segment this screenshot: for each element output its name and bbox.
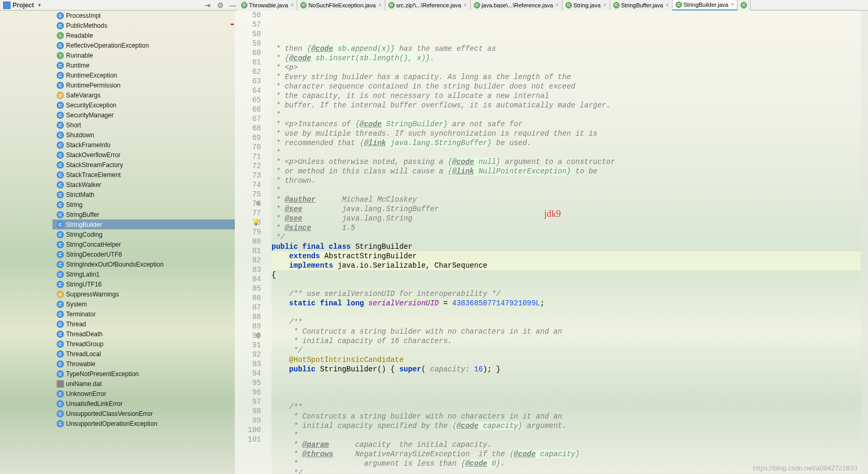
- tree-item[interactable]: CProcessImpl: [52, 10, 235, 20]
- line-number[interactable]: 91: [235, 340, 261, 350]
- close-icon[interactable]: ×: [603, 2, 606, 8]
- line-number[interactable]: 101: [235, 435, 261, 444]
- tree-item[interactable]: @SafeVarargs: [52, 90, 235, 100]
- code-editor[interactable]: 5657585960616263646566676869707172737475…: [235, 10, 868, 474]
- code-line[interactable]: * Constructs a string builder with no ch…: [272, 412, 861, 421]
- code-line[interactable]: * @since 1.5: [272, 223, 861, 233]
- line-number[interactable]: 87: [235, 303, 261, 312]
- code-line[interactable]: public final class StringBuilder: [272, 242, 861, 251]
- line-number[interactable]: 73: [235, 171, 261, 180]
- tree-item[interactable]: CThreadDeath: [52, 329, 235, 339]
- code-line[interactable]: [272, 308, 861, 317]
- line-number[interactable]: 100: [235, 425, 261, 435]
- tree-item[interactable]: CThreadGroup: [52, 339, 235, 349]
- code-line[interactable]: *: [272, 431, 861, 440]
- code-line[interactable]: implements java.io.Serializable, CharSeq…: [272, 261, 861, 270]
- line-number[interactable]: 92: [235, 350, 261, 359]
- tree-item[interactable]: CStackTraceElement: [52, 170, 235, 180]
- line-number[interactable]: 74: [235, 180, 261, 190]
- code-line[interactable]: public StringBuilder() { super( capacity…: [272, 365, 861, 374]
- code-line[interactable]: /** use serialVersionUID for interoperab…: [272, 289, 861, 299]
- line-number[interactable]: 68: [235, 124, 261, 133]
- tree-item[interactable]: CShort: [52, 120, 235, 130]
- code-line[interactable]: extends AbstractStringBuilder: [272, 251, 861, 261]
- tree-item[interactable]: CSystem: [52, 299, 235, 309]
- line-number[interactable]: 61: [235, 58, 261, 67]
- line-number[interactable]: 82: [235, 256, 261, 265]
- line-number[interactable]: 56: [235, 10, 261, 20]
- line-number[interactable]: 83: [235, 265, 261, 274]
- line-number[interactable]: 88: [235, 312, 261, 322]
- code-line[interactable]: [272, 393, 861, 402]
- tree-item[interactable]: CTypeNotPresentException: [52, 369, 235, 379]
- tree-item[interactable]: CUnknownError: [52, 389, 235, 399]
- editor-tab[interactable]: Csrc.zip!\...\Reference.java×: [385, 0, 471, 10]
- tree-item[interactable]: CStringUTF16: [52, 279, 235, 289]
- line-number[interactable]: 90@: [235, 331, 261, 340]
- line-number[interactable]: 63: [235, 76, 261, 86]
- fold-icon[interactable]: ⊟: [256, 199, 260, 208]
- code-line[interactable]: * Every string builder has a capacity. A…: [272, 72, 861, 82]
- code-line[interactable]: * Constructs a string builder with no ch…: [272, 327, 861, 336]
- editor-tab-overflow[interactable]: C: [737, 0, 751, 10]
- tree-item[interactable]: CRuntimePermission: [52, 80, 235, 90]
- code-line[interactable]: * {@code sb.insert(sb.length(), x)}.: [272, 53, 861, 63]
- line-number[interactable]: 59: [235, 39, 261, 48]
- editor-tab[interactable]: CString.java×: [562, 0, 610, 10]
- code-line[interactable]: @HotSpotIntrinsicCandidate: [272, 355, 861, 365]
- tree-item[interactable]: CStackStreamFactory: [52, 160, 235, 170]
- tree-item[interactable]: CStringLatin1: [52, 269, 235, 279]
- line-number[interactable]: 69: [235, 133, 261, 142]
- line-number[interactable]: 66: [235, 105, 261, 114]
- code-line[interactable]: * @param capacity the initial capacity.: [272, 440, 861, 449]
- code-line[interactable]: *: [272, 185, 861, 195]
- tree-item[interactable]: IRunnable: [52, 50, 235, 60]
- gear-icon[interactable]: ⚙: [216, 1, 224, 9]
- tree-item[interactable]: CStringBuffer: [52, 210, 235, 219]
- code-line[interactable]: /**: [272, 402, 861, 412]
- tree-item[interactable]: CTerminator: [52, 309, 235, 319]
- close-icon[interactable]: ×: [666, 2, 669, 8]
- tree-item[interactable]: CStringCoding: [52, 229, 235, 239]
- code-line[interactable]: *: [272, 148, 861, 157]
- close-icon[interactable]: ×: [378, 2, 382, 8]
- code-line[interactable]: static final long serialVersionUID = 438…: [272, 299, 861, 308]
- close-icon[interactable]: ×: [556, 2, 559, 8]
- editor-tab[interactable]: CThrowable.java×: [238, 0, 297, 10]
- line-number[interactable]: 81: [235, 246, 261, 256]
- code-line[interactable]: */: [272, 346, 861, 355]
- line-number[interactable]: 60: [235, 48, 261, 58]
- tree-item[interactable]: CStringBuilder: [52, 219, 235, 229]
- project-tool-label[interactable]: Project: [13, 2, 34, 9]
- close-icon[interactable]: ×: [464, 2, 467, 8]
- code-line[interactable]: [272, 374, 861, 383]
- line-number[interactable]: 58: [235, 29, 261, 39]
- code-line[interactable]: * @author Michael McCloskey: [272, 195, 861, 204]
- editor-tab[interactable]: CNoSuchFileException.java×: [297, 0, 385, 10]
- code-line[interactable]: */: [272, 233, 861, 242]
- tree-item[interactable]: CUnsupportedOperationException: [52, 418, 235, 428]
- tree-item[interactable]: uniName.dat: [52, 379, 235, 389]
- tree-item[interactable]: CUnsatisfiedLinkError: [52, 399, 235, 409]
- tree-item[interactable]: IReadable: [52, 30, 235, 40]
- code-line[interactable]: * <p>: [272, 63, 861, 72]
- tree-item[interactable]: CSecurityException: [52, 100, 235, 110]
- editor-tab[interactable]: Cjava.base\...\Reference.java×: [471, 0, 562, 10]
- code-line[interactable]: * @see java.lang.String: [272, 214, 861, 223]
- code-line[interactable]: * recommended that {@link java.lang.Stri…: [272, 138, 861, 148]
- editor-tab[interactable]: CStringBuffer.java×: [610, 0, 672, 10]
- line-number[interactable]: 96: [235, 388, 261, 397]
- tree-item[interactable]: CThrowable: [52, 359, 235, 369]
- tree-item[interactable]: CStringDecoderUTF8: [52, 249, 235, 259]
- line-number[interactable]: 95: [235, 378, 261, 388]
- tree-item[interactable]: CStackFrameInfo: [52, 140, 235, 150]
- line-number[interactable]: 98: [235, 406, 261, 416]
- code-line[interactable]: [272, 280, 861, 289]
- tree-item[interactable]: @SuppressWarnings: [52, 289, 235, 299]
- line-number[interactable]: 89: [235, 322, 261, 331]
- line-number[interactable]: 93: [235, 359, 261, 369]
- tree-item[interactable]: CStackWalker: [52, 180, 235, 190]
- line-number[interactable]: 72: [235, 161, 261, 171]
- code-line[interactable]: *: [272, 110, 861, 119]
- line-number[interactable]: 84: [235, 274, 261, 284]
